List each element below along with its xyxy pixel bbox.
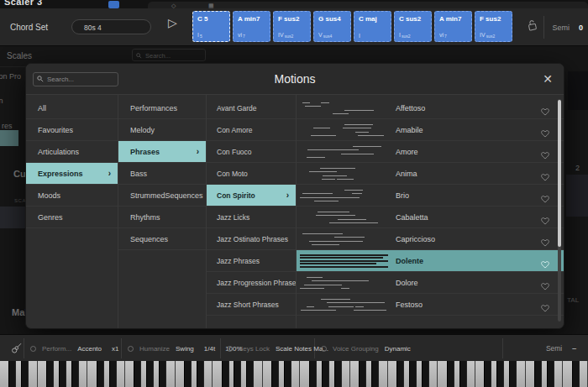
favourite-heart-icon[interactable] — [541, 279, 549, 294]
piano-black-key[interactable] — [484, 361, 491, 387]
piano-black-key[interactable] — [8, 361, 16, 387]
toggle-indicator-icon[interactable] — [321, 346, 327, 352]
piano-black-key[interactable] — [234, 361, 241, 387]
toggle-indicator-icon[interactable] — [128, 346, 134, 352]
category-avant-garde[interactable]: Avant Garde — [207, 97, 296, 119]
chord-pad-a-min7[interactable]: A min7vi7 — [434, 11, 472, 42]
category-genres[interactable]: Genres — [26, 207, 118, 228]
semi-transpose[interactable]: Semi 0 — [552, 8, 583, 46]
category-all[interactable]: All — [26, 97, 118, 119]
bb-semi-control[interactable]: Semi – — [546, 335, 576, 362]
bb-group-keys-lock[interactable]: Keys LockScale Notes Ma... — [227, 335, 328, 362]
piano-black-key[interactable] — [246, 361, 254, 387]
category-expressions[interactable]: Expressions› — [26, 163, 118, 185]
category-articulations[interactable]: Articulations — [26, 141, 118, 163]
piano-black-key[interactable] — [309, 361, 317, 387]
bb-group-extra[interactable]: x1 — [112, 345, 118, 353]
favourite-heart-icon[interactable] — [541, 235, 549, 250]
piano-black-key[interactable] — [271, 361, 279, 387]
piano-black-key[interactable] — [184, 361, 192, 387]
tab-detect-icon[interactable]: ◇ — [171, 3, 177, 8]
category-con-spirito[interactable]: Con Spirito› — [207, 185, 296, 207]
category-jazz-progression-phrases[interactable]: Jazz Progression Phrases — [207, 272, 296, 294]
piano-black-key[interactable] — [159, 361, 166, 387]
favourite-heart-icon[interactable] — [541, 170, 549, 185]
category-strummedsequences[interactable]: StrummedSequences — [118, 185, 206, 207]
bb-group-voice-grouping[interactable]: Voice GroupingDynamic — [321, 335, 411, 362]
piano-black-key[interactable] — [396, 361, 404, 387]
favourite-heart-icon[interactable] — [541, 213, 549, 228]
guitar-icon[interactable] — [11, 342, 23, 354]
category-jazz-licks[interactable]: Jazz Licks — [207, 207, 296, 228]
bb-group-humanize[interactable]: HumanizeSwing1/4t100% — [128, 335, 243, 362]
piano-black-key[interactable] — [59, 361, 66, 387]
tab-grid-icon[interactable]: ▦ — [208, 3, 214, 8]
close-icon[interactable]: ✕ — [543, 71, 553, 86]
piano-black-key[interactable] — [46, 361, 54, 387]
piano-black-key[interactable] — [359, 361, 366, 387]
piano-black-key[interactable] — [134, 361, 141, 387]
play-button[interactable]: ▷ — [168, 16, 177, 29]
bb-group-value[interactable]: Swing — [176, 345, 194, 353]
piano-black-key[interactable] — [371, 361, 379, 387]
phrase-row-amore[interactable]: Amore — [297, 141, 564, 163]
favourite-heart-icon[interactable] — [541, 104, 549, 119]
phrase-row-affettoso[interactable]: Affettoso — [297, 97, 564, 119]
phrase-row-capriccioso[interactable]: Capriccioso — [297, 228, 564, 250]
piano-black-key[interactable] — [322, 361, 329, 387]
piano-black-key[interactable] — [222, 361, 229, 387]
category-con-moto[interactable]: Con Moto — [207, 163, 296, 185]
piano-black-key[interactable] — [71, 361, 79, 387]
favourite-heart-icon[interactable] — [541, 126, 549, 141]
favourite-heart-icon[interactable] — [541, 257, 549, 272]
piano-black-key[interactable] — [146, 361, 154, 387]
favourite-heart-icon[interactable] — [541, 148, 549, 163]
chord-pad-g-sus4[interactable]: G sus4Vsus4 — [313, 11, 351, 42]
chord-pad-c-sus2[interactable]: C sus2Isus2 — [394, 11, 432, 42]
phrase-row-anima[interactable]: Anima — [297, 163, 564, 185]
category-con-amore[interactable]: Con Amore — [207, 119, 296, 141]
phrase-row-festoso[interactable]: Festoso — [297, 294, 564, 316]
piano-black-key[interactable] — [97, 361, 104, 387]
piano-black-key[interactable] — [21, 361, 29, 387]
chord-pad-c-maj[interactable]: C majI — [354, 11, 391, 42]
bb-group-value[interactable]: Dynamic — [385, 345, 411, 353]
piano-black-key[interactable] — [572, 361, 580, 387]
category-jazz-short-phrases[interactable]: Jazz Short Phrases — [207, 294, 296, 316]
piano-black-key[interactable] — [284, 361, 291, 387]
chord-pad-f-sus2[interactable]: F sus2IVsus2 — [273, 11, 311, 42]
piano-black-key[interactable] — [496, 361, 504, 387]
toggle-indicator-icon[interactable] — [30, 346, 36, 352]
favourite-heart-icon[interactable] — [541, 191, 549, 207]
bb-group-value[interactable]: Accento — [77, 345, 102, 353]
piano-black-key[interactable] — [409, 361, 417, 387]
category-jazz-phrases[interactable]: Jazz Phrases — [207, 250, 296, 272]
category-melody[interactable]: Melody — [118, 119, 206, 141]
phrase-row-amabile[interactable]: Amabile — [297, 119, 564, 141]
phrase-row-cabaletta[interactable]: Cabaletta — [297, 207, 564, 228]
chord-pad-f-sus2[interactable]: F sus2IVsus2 — [475, 11, 512, 42]
category-rhythms[interactable]: Rhythms — [118, 207, 206, 228]
unlock-icon[interactable] — [526, 18, 539, 32]
category-sequences[interactable]: Sequences — [118, 228, 206, 250]
piano-black-key[interactable] — [197, 361, 204, 387]
favourite-heart-icon[interactable] — [541, 301, 549, 316]
category-performances[interactable]: Performances — [118, 97, 206, 119]
piano-black-key[interactable] — [109, 361, 117, 387]
category-jazz-ostinato-phrases[interactable]: Jazz Ostinato Phrases — [207, 228, 296, 250]
category-favourites[interactable]: Favourites — [26, 119, 118, 141]
piano-black-key[interactable] — [509, 361, 517, 387]
category-con-fuoco[interactable]: Con Fuoco — [207, 141, 296, 163]
phrase-row-dolore[interactable]: Dolore — [297, 272, 564, 294]
piano-black-key[interactable] — [334, 361, 342, 387]
bb-group-perform[interactable]: Perform...Accentox1 — [30, 335, 118, 362]
category-moods[interactable]: Moods — [26, 185, 118, 207]
scrollbar-thumb[interactable] — [558, 100, 561, 247]
piano-black-key[interactable] — [459, 361, 467, 387]
toggle-indicator-icon[interactable] — [227, 346, 233, 352]
chord-set-selector[interactable]: 80s 4 — [71, 19, 151, 34]
piano-black-key[interactable] — [422, 361, 429, 387]
chord-pad-c-5[interactable]: C 5I5 — [192, 11, 230, 42]
bb-group-extra[interactable]: 1/4t — [204, 345, 215, 353]
category-bass[interactable]: Bass — [118, 163, 206, 185]
